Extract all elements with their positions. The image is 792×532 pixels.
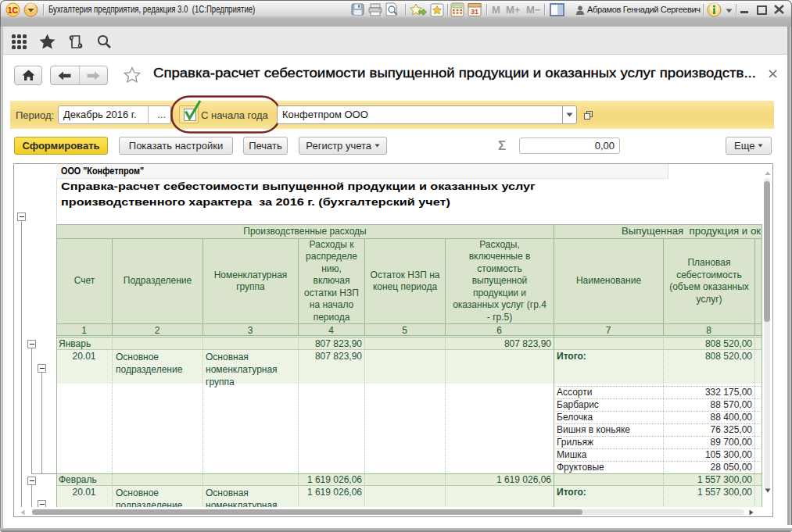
svg-text:31: 31: [471, 8, 478, 16]
svg-text:1С: 1С: [8, 5, 19, 15]
